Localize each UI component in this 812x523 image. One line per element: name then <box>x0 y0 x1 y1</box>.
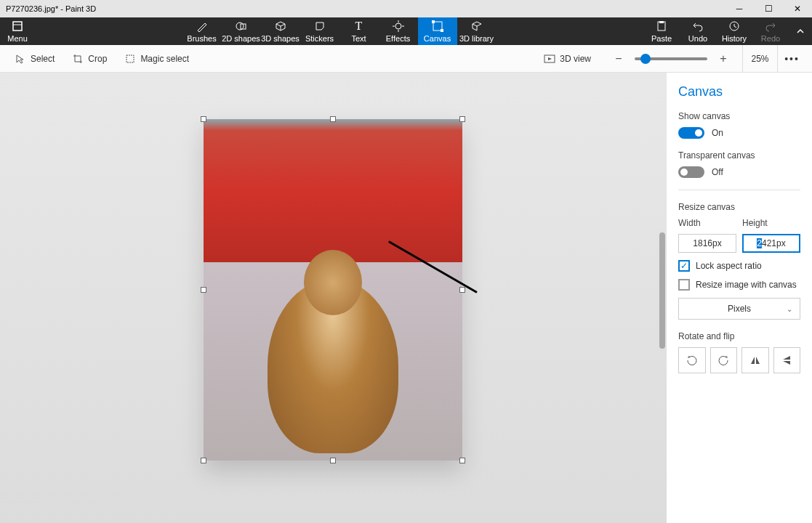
show-canvas-toggle[interactable] <box>678 127 704 139</box>
history-button[interactable]: History <box>716 20 752 43</box>
title-bar: P7270236.jpg* - Paint 3D ─ ☐ ✕ <box>0 0 812 17</box>
zoom-slider-thumb[interactable] <box>640 54 651 64</box>
transparent-canvas-label: Transparent canvas <box>678 150 800 161</box>
width-input[interactable]: 1816px <box>678 234 736 253</box>
tab-text[interactable]: T Text <box>339 17 379 45</box>
undo-icon <box>691 20 704 33</box>
redo-button[interactable]: Redo <box>752 20 789 43</box>
divider <box>678 190 800 190</box>
maximize-button[interactable]: ☐ <box>754 0 783 17</box>
svg-rect-15 <box>126 55 134 62</box>
effects-icon <box>392 20 405 33</box>
height-input[interactable]: 2421px <box>742 234 800 253</box>
rotate-cw-icon <box>717 354 729 366</box>
vertical-scrollbar[interactable] <box>659 232 665 349</box>
flip-horizontal-button[interactable] <box>741 347 769 373</box>
resize-handle-bottom-middle[interactable] <box>330 458 336 463</box>
crop-tool[interactable]: Crop <box>63 45 116 72</box>
flip-vertical-button[interactable] <box>773 347 801 373</box>
tab-stickers[interactable]: Stickers <box>300 17 339 45</box>
canvas-icon <box>431 20 444 33</box>
height-label: Height <box>742 218 800 228</box>
tab-3d-shapes[interactable]: 3D shapes <box>261 17 300 45</box>
minimize-button[interactable]: ─ <box>725 0 754 17</box>
rotate-ccw-button[interactable] <box>678 347 706 373</box>
3d-view-button[interactable]: 3D view <box>535 45 600 72</box>
svg-rect-11 <box>441 29 443 32</box>
image-subject-dog <box>268 279 398 453</box>
check-icon: ✓ <box>678 260 690 272</box>
resize-image-with-canvas-checkbox[interactable]: ✓ Resize image with canvas <box>678 279 800 291</box>
brush-icon <box>196 20 209 33</box>
show-canvas-state: On <box>712 128 723 138</box>
zoom-in-button[interactable]: + <box>713 49 733 69</box>
crop-icon <box>72 53 84 65</box>
tab-effects[interactable]: Effects <box>379 17 418 45</box>
svg-rect-10 <box>432 20 435 23</box>
chevron-down-icon: ⌄ <box>787 305 792 313</box>
shapes-3d-icon <box>274 20 287 33</box>
rotate-flip-label: Rotate and flip <box>678 331 800 341</box>
canvas-properties-panel: Canvas Show canvas On Transparent canvas… <box>667 73 812 523</box>
redo-icon <box>764 20 777 33</box>
image-background-top <box>204 119 462 262</box>
chevron-up-icon <box>795 26 805 36</box>
play-3d-icon <box>544 53 555 65</box>
transparent-canvas-toggle[interactable] <box>678 166 704 178</box>
menu-icon <box>11 20 24 33</box>
zoom-slider[interactable] <box>635 57 707 60</box>
zoom-out-button[interactable]: − <box>608 49 629 69</box>
canvas-image[interactable] <box>204 119 462 461</box>
tab-3d-library[interactable]: 3D library <box>457 17 497 45</box>
svg-rect-0 <box>13 22 22 31</box>
ribbon: Menu Brushes 2D shapes 3D shapes Sticker… <box>0 17 812 45</box>
zoom-percent[interactable]: 25% <box>742 45 777 72</box>
menu-button[interactable]: Menu <box>0 17 35 45</box>
resize-handle-bottom-left[interactable] <box>201 458 206 463</box>
transparent-canvas-state: Off <box>712 167 723 177</box>
tab-2d-shapes[interactable]: 2D shapes <box>222 17 261 45</box>
resize-handle-middle-right[interactable] <box>459 287 465 293</box>
cursor-icon <box>15 53 26 65</box>
svg-point-4 <box>395 23 401 29</box>
flip-vertical-icon <box>781 354 792 366</box>
rotate-ccw-icon <box>686 354 698 366</box>
resize-handle-top-middle[interactable] <box>330 116 336 122</box>
more-options-button[interactable]: ••• <box>777 45 806 72</box>
magic-select-tool[interactable]: Magic select <box>116 45 198 72</box>
svg-rect-13 <box>659 21 664 23</box>
sticker-icon <box>313 20 326 33</box>
image-background-bottom <box>204 262 462 461</box>
paste-icon <box>655 20 668 33</box>
window-title: P7270236.jpg* - Paint 3D <box>6 4 96 13</box>
close-button[interactable]: ✕ <box>783 0 812 17</box>
collapse-ribbon-button[interactable] <box>789 26 812 36</box>
resize-handle-top-left[interactable] <box>201 116 206 122</box>
lock-aspect-ratio-checkbox[interactable]: ✓ Lock aspect ratio <box>678 260 800 272</box>
tab-brushes[interactable]: Brushes <box>182 17 222 45</box>
resize-handle-top-right[interactable] <box>459 116 465 122</box>
magic-select-icon <box>124 53 136 65</box>
canvas-workspace[interactable] <box>0 73 667 523</box>
width-label: Width <box>678 218 736 228</box>
resize-handle-bottom-right[interactable] <box>459 458 465 463</box>
menu-label: Menu <box>7 34 28 43</box>
show-canvas-label: Show canvas <box>678 111 800 121</box>
flip-horizontal-icon <box>749 354 761 366</box>
text-icon: T <box>353 20 366 33</box>
resize-handle-middle-left[interactable] <box>201 287 206 293</box>
rotate-cw-button[interactable] <box>710 347 738 373</box>
undo-button[interactable]: Undo <box>680 20 716 43</box>
units-dropdown[interactable]: Pixels ⌄ <box>678 298 800 320</box>
select-tool[interactable]: Select <box>6 45 63 72</box>
history-icon <box>728 20 741 33</box>
shapes-2d-icon <box>235 20 248 33</box>
panel-title: Canvas <box>678 84 800 100</box>
tab-canvas[interactable]: Canvas <box>418 17 457 45</box>
library-icon <box>470 20 483 33</box>
resize-canvas-label: Resize canvas <box>678 202 800 212</box>
paste-button[interactable]: Paste <box>643 20 680 43</box>
check-icon-empty: ✓ <box>678 279 690 291</box>
toolbar: Select Crop Magic select 3D view − + 25%… <box>0 45 812 73</box>
